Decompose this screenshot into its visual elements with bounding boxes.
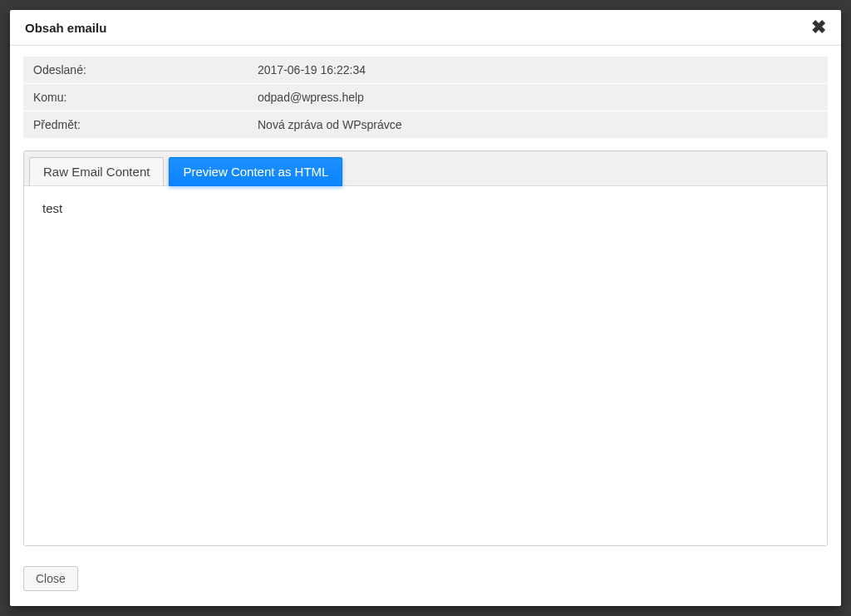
modal-header: Obsah emailu ✖ — [10, 10, 841, 46]
sent-label: Odeslané: — [23, 57, 248, 83]
detail-row-to: Komu: odpad@wpress.help — [23, 84, 828, 111]
tabs-bar: Raw Email Content Preview Content as HTM… — [24, 151, 827, 186]
tabs-container: Raw Email Content Preview Content as HTM… — [23, 150, 828, 546]
email-content-preview: test — [24, 186, 827, 545]
subject-label: Předmět: — [23, 111, 248, 138]
modal-body: Odeslané: 2017-06-19 16:22:34 Komu: odpa… — [10, 46, 841, 556]
detail-row-sent: Odeslané: 2017-06-19 16:22:34 — [23, 57, 828, 83]
email-details-table: Odeslané: 2017-06-19 16:22:34 Komu: odpa… — [23, 56, 828, 139]
close-button[interactable]: Close — [23, 566, 78, 591]
tab-raw-email[interactable]: Raw Email Content — [29, 157, 164, 186]
subject-value: Nová zpráva od WPsprávce — [248, 111, 828, 138]
email-content-modal: Obsah emailu ✖ Odeslané: 2017-06-19 16:2… — [10, 10, 841, 606]
close-icon[interactable]: ✖ — [811, 18, 826, 37]
to-label: Komu: — [23, 84, 248, 111]
tab-preview-html[interactable]: Preview Content as HTML — [169, 157, 342, 186]
modal-title: Obsah emailu — [25, 21, 106, 35]
sent-value: 2017-06-19 16:22:34 — [248, 57, 828, 83]
to-value: odpad@wpress.help — [248, 84, 828, 111]
detail-row-subject: Předmět: Nová zpráva od WPsprávce — [23, 111, 828, 138]
modal-footer: Close — [10, 556, 841, 606]
